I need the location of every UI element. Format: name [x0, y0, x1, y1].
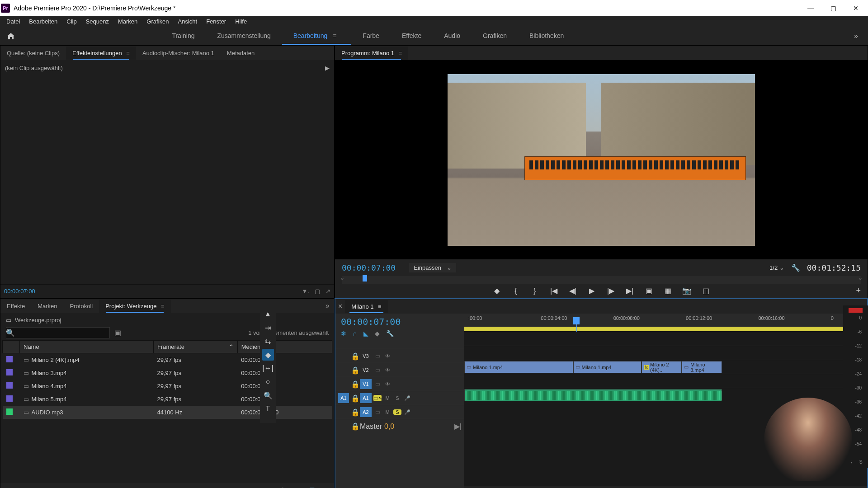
lock-icon[interactable]: 🔒 [351, 366, 358, 375]
video-clip[interactable]: ▭Milano 1.mp4 [464, 361, 573, 373]
selection-tool[interactable]: ▲ [262, 308, 274, 320]
panel-menu-icon[interactable]: ≡ [125, 50, 130, 56]
step-forward-button[interactable]: |▶ [605, 286, 616, 295]
workspace-overflow-button[interactable]: » [849, 32, 863, 40]
track-target[interactable]: V2 [360, 365, 372, 375]
solo-button[interactable]: S [393, 409, 401, 415]
type-tool[interactable]: T [262, 403, 274, 415]
track-target[interactable]: A1 [360, 393, 372, 403]
project-tab-2[interactable]: Protokoll [64, 300, 99, 313]
close-button[interactable]: ✕ [844, 0, 867, 16]
workspace-tab-bibliotheken[interactable]: Bibliotheken [518, 28, 575, 45]
zoom-dropdown[interactable]: 1/2 ⌄ [769, 264, 784, 271]
video-clip[interactable]: ▭Milano 1.mp4 [573, 361, 642, 373]
share-icon[interactable]: ↗ [326, 288, 330, 295]
menu-hilfe[interactable]: Hilfe [231, 18, 251, 25]
panel-overflow-button[interactable]: » [321, 302, 334, 310]
master-volume[interactable]: 0,0 [384, 422, 394, 431]
eye-icon[interactable]: 👁 [383, 367, 392, 373]
lock-icon[interactable]: 🔒 [351, 422, 358, 431]
scrub-playhead[interactable] [363, 275, 367, 282]
menu-datei[interactable]: Datei [2, 18, 24, 25]
menu-bearbeiten[interactable]: Bearbeiten [24, 18, 62, 25]
program-tab[interactable]: Programm: Milano 1 ≡ [335, 47, 408, 60]
export-frame-icon[interactable]: ▢ [315, 288, 320, 295]
filter-icon[interactable]: ▼. [302, 288, 309, 295]
source-tab-2[interactable]: Audioclip-Mischer: Milano 1 [136, 47, 221, 60]
sequence-tab[interactable]: Milano 1 ≡ [345, 300, 387, 313]
project-row[interactable]: ▭Milano 2 (4K).mp429,97 fps00:00:00:00 [3, 353, 332, 367]
workspace-tab-farbe[interactable]: Farbe [351, 28, 391, 45]
settings-icon[interactable]: 🔧 [386, 330, 394, 337]
export-frame-button[interactable]: 📷 [681, 286, 692, 295]
project-row[interactable]: ▭Milano 3.mp429,97 fps00:00:00:00 [3, 366, 332, 380]
mute-button[interactable]: M [383, 395, 392, 401]
project-row[interactable]: ▭AUDIO.mp344100 Hz00:00:00:0000 [3, 406, 332, 419]
column-medienstart[interactable]: Medienstart [237, 341, 332, 353]
column-framerate[interactable]: Framerate ⌃ [154, 341, 238, 353]
home-button[interactable] [5, 31, 17, 42]
project-row[interactable]: ▭Milano 5.mp429,97 fps00:00:00:00 [3, 393, 332, 406]
snap-icon[interactable]: ❄ [341, 330, 346, 337]
linked-selection-icon[interactable]: ∩ [353, 330, 357, 337]
add-marker-button[interactable]: ◆ [491, 286, 502, 295]
eye-icon[interactable]: 👁 [383, 353, 392, 359]
ripple-edit-tool[interactable]: ⇆ [262, 335, 274, 347]
workspace-tab-bearbeitung[interactable]: Bearbeitung ≡ [282, 28, 352, 45]
output-icon[interactable]: ▶| [454, 422, 462, 431]
menu-clip[interactable]: Clip [62, 18, 81, 25]
source-time[interactable]: 00:00:07:00 [4, 288, 35, 295]
project-row[interactable]: ▭Milano 4.mp429,97 fps00:00:00:00 [3, 380, 332, 393]
mark-in-button[interactable]: { [510, 287, 521, 295]
lock-icon[interactable]: 🔒 [351, 352, 358, 361]
sync-lock-icon[interactable]: ▭ [373, 381, 382, 387]
go-to-in-button[interactable]: |◀ [548, 286, 559, 295]
pen-tool[interactable]: ○ [262, 376, 274, 388]
add-marker-icon[interactable]: ◆ [375, 330, 380, 337]
project-tab-3[interactable]: Projekt: Werkzeuge ≡ [99, 300, 170, 313]
lock-icon[interactable]: 🔒 [351, 380, 358, 389]
video-clip[interactable]: fxMilano 2 (4K)... [642, 361, 682, 373]
sync-lock-icon[interactable]: ▭ [373, 353, 382, 359]
solo-button[interactable]: S [393, 395, 401, 401]
source-tab-1[interactable]: Effekteinstellungen ≡ [66, 47, 136, 60]
audio-clip[interactable] [464, 389, 722, 401]
track-v1[interactable]: ▭Milano 1.mp4▭Milano 1.mp4fxMilano 2 (4K… [464, 360, 867, 374]
menu-fenster[interactable]: Fenster [202, 18, 231, 25]
track-v3[interactable] [464, 332, 867, 346]
go-to-out-button[interactable]: ▶| [624, 286, 635, 295]
project-tab-0[interactable]: Effekte [0, 300, 31, 313]
menu-sequenz[interactable]: Sequenz [81, 18, 113, 25]
maximize-button[interactable]: ▢ [822, 0, 844, 16]
workspace-tab-zusammenstellung[interactable]: Zusammenstellung [206, 28, 282, 45]
workspace-tab-grafiken[interactable]: Grafiken [472, 28, 518, 45]
play-button[interactable]: ▶ [586, 286, 597, 295]
razor-tool[interactable]: ◆ [262, 349, 274, 361]
track-target[interactable]: A2 [360, 407, 372, 417]
video-clip[interactable]: ▭Milano 3.mp4 [682, 361, 722, 373]
program-viewport[interactable] [335, 60, 868, 259]
filter-bin-icon[interactable]: ▣ [114, 328, 121, 337]
menu-ansicht[interactable]: Ansicht [173, 18, 202, 25]
project-search-input[interactable] [6, 327, 110, 338]
voice-record-icon[interactable]: 🎤 [403, 409, 411, 415]
column-name[interactable]: Name [20, 341, 154, 353]
workspace-tab-effekte[interactable]: Effekte [391, 28, 433, 45]
timeline-time[interactable]: 00:00:07:00 [341, 316, 459, 327]
minimize-button[interactable]: — [799, 0, 822, 16]
eye-icon[interactable]: 👁 [383, 381, 392, 387]
settings-wrench-icon[interactable]: 🔧 [791, 263, 800, 272]
source-tab-3[interactable]: Metadaten [221, 47, 261, 60]
menu-marken[interactable]: Marken [113, 18, 142, 25]
project-tab-1[interactable]: Marken [31, 300, 63, 313]
mute-button[interactable]: M [383, 409, 392, 415]
bin-icon[interactable]: ▭ [6, 317, 11, 324]
lift-button[interactable]: ▣ [643, 286, 654, 295]
panel-menu-icon[interactable]: ≡ [376, 303, 381, 310]
mark-out-button[interactable]: } [529, 287, 540, 295]
sync-lock-icon[interactable]: ▭↖ [373, 395, 382, 401]
workspace-tab-training[interactable]: Training [160, 28, 206, 45]
time-ruler[interactable]: ○ :00:0000:00:04:0000:00:08:0000:00:12:0… [464, 314, 867, 332]
add-button[interactable]: + [856, 286, 861, 296]
panel-menu-icon[interactable]: ≡ [397, 50, 402, 56]
